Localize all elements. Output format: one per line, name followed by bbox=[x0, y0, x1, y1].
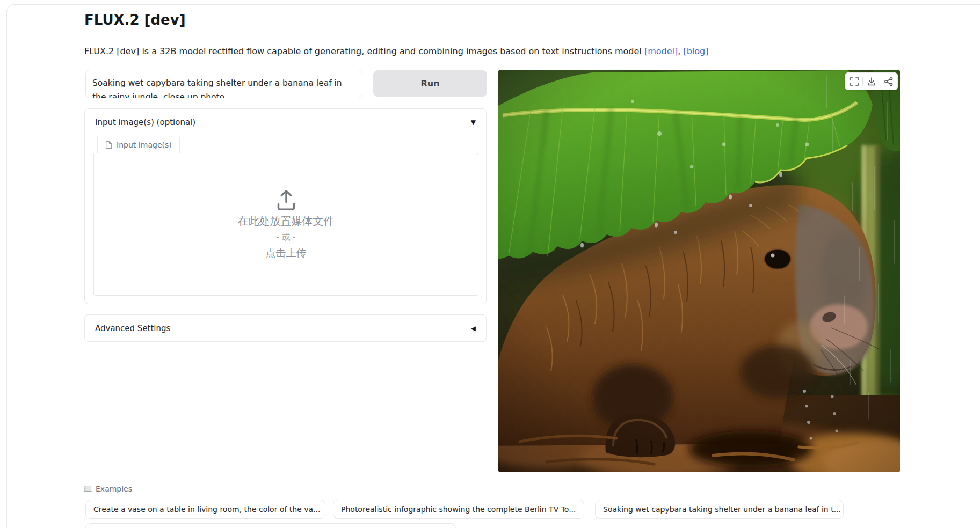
example-button-vase[interactable]: Create a vase on a table in living room,… bbox=[85, 500, 325, 519]
fullscreen-button[interactable] bbox=[847, 74, 861, 89]
chevron-down-icon: ▼ bbox=[471, 119, 476, 126]
tab-input-images[interactable]: Input Image(s) bbox=[97, 136, 180, 153]
share-icon bbox=[884, 77, 894, 86]
upload-icon bbox=[274, 189, 298, 210]
dropzone-click-text: 点击上传 bbox=[266, 246, 307, 260]
input-images-accordion-label: Input image(s) (optional) bbox=[95, 118, 195, 127]
upload-dropzone[interactable]: 在此处放置媒体文件 - 或 - 点击上传 bbox=[93, 153, 478, 296]
fullscreen-icon bbox=[850, 77, 859, 86]
model-link[interactable]: [model] bbox=[644, 46, 678, 56]
download-button[interactable] bbox=[864, 74, 879, 89]
download-icon bbox=[867, 77, 876, 86]
share-button[interactable] bbox=[881, 74, 896, 89]
link-separator: , bbox=[678, 46, 683, 56]
dropzone-text: 在此处放置媒体文件 bbox=[238, 214, 335, 229]
example-button-partial[interactable] bbox=[85, 523, 456, 528]
toolbar-divider bbox=[862, 77, 863, 86]
advanced-settings-accordion: Advanced Settings ◀ bbox=[84, 314, 487, 342]
examples-header: Examples bbox=[84, 485, 132, 493]
dropzone-or-text: - 或 - bbox=[277, 232, 295, 243]
input-images-accordion: Input image(s) (optional) ▼ Input Image(… bbox=[84, 108, 487, 304]
app-description: FLUX.2 [dev] is a 32B model rectified fl… bbox=[84, 46, 708, 56]
advanced-settings-label: Advanced Settings bbox=[95, 324, 170, 333]
page-title: FLUX.2 [dev] bbox=[84, 12, 186, 28]
generated-image[interactable] bbox=[498, 70, 900, 472]
description-text: FLUX.2 [dev] is a 32B model rectified fl… bbox=[84, 46, 644, 56]
blog-link[interactable]: [blog] bbox=[683, 46, 708, 56]
input-images-accordion-header[interactable]: Input image(s) (optional) ▼ bbox=[85, 109, 486, 136]
image-toolbar bbox=[845, 72, 898, 90]
prompt-input[interactable]: Soaking wet capybara taking shelter unde… bbox=[85, 70, 362, 98]
advanced-settings-header[interactable]: Advanced Settings ◀ bbox=[85, 315, 486, 341]
file-icon bbox=[105, 141, 112, 149]
flux2-dev-app: FLUX.2 [dev] FLUX.2 [dev] is a 32B model… bbox=[0, 0, 980, 528]
examples-label: Examples bbox=[96, 485, 132, 493]
capybara-illustration bbox=[498, 70, 900, 472]
example-button-infographic[interactable]: Photorealistic infographic showing the c… bbox=[333, 500, 584, 519]
toolbar-divider bbox=[880, 77, 880, 86]
list-icon bbox=[84, 486, 92, 493]
example-button-capybara[interactable]: Soaking wet capybara taking shelter unde… bbox=[595, 500, 844, 519]
tab-input-images-label: Input Image(s) bbox=[117, 141, 172, 149]
run-button[interactable]: Run bbox=[373, 70, 487, 97]
chevron-left-icon: ◀ bbox=[471, 325, 476, 332]
